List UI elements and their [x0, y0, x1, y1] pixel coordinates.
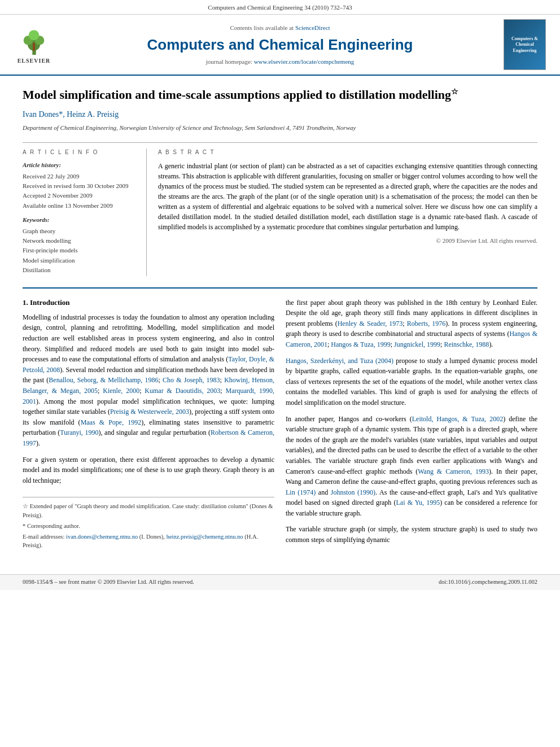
ref-kienle[interactable]: Kienle, 2000: [103, 387, 139, 395]
article-history-label: Article history:: [23, 161, 138, 169]
ref-roberts[interactable]: Roberts, 1976: [407, 320, 446, 327]
science-direct-link[interactable]: ScienceDirect: [295, 24, 330, 31]
ref-lai-yu[interactable]: Lai & Yu, 1995: [396, 499, 440, 506]
elsevier-tree-icon: [19, 25, 50, 56]
keyword-3: First-principle models: [23, 246, 138, 255]
svg-point-4: [28, 30, 38, 40]
article-content: Model simplification and time-scale assu…: [0, 76, 560, 569]
ref-turanyi[interactable]: Turanyi, 1990: [60, 429, 98, 436]
accepted-date: Accepted 2 November 2009: [23, 191, 138, 200]
received-date: Received 22 July 2009: [23, 172, 138, 181]
intro-paragraph-1: Modelling of industrial processes is tod…: [23, 312, 274, 449]
section1-heading: 1. Introduction: [23, 298, 274, 308]
article-info-label: A R T I C L E I N F O: [23, 148, 138, 156]
article-title: Model simplification and time-scale assu…: [23, 87, 537, 103]
footnote-star: ☆ Extended paper of "Graph theory and mo…: [23, 502, 274, 520]
ref-kumar[interactable]: Kumar & Daoutidis, 2003: [145, 387, 220, 395]
available-date: Available online 13 November 2009: [23, 202, 138, 210]
bottom-bar: 0098-1354/$ – see front matter © 2009 El…: [0, 574, 560, 590]
ref-hangos-2004[interactable]: Hangos, Szederkényi, and Tuza (2004): [286, 357, 393, 365]
ref-reinschke[interactable]: Reinschke, 1988: [444, 340, 489, 348]
info-abstract-section: A R T I C L E I N F O Article history: R…: [23, 142, 537, 276]
top-bar: Computers and Chemical Engineering 34 (2…: [0, 0, 560, 15]
ref-cho[interactable]: Cho & Joseph, 1983: [163, 376, 220, 384]
right-paragraph-4: The variable structure graph (or simply,…: [286, 524, 537, 545]
body-right-col: the first paper about graph theory was p…: [286, 298, 537, 552]
cover-image-box: Computers & Chemical Engineering: [504, 19, 546, 70]
ref-preisig[interactable]: Preisig & Westerweele, 2003: [110, 408, 189, 416]
elsevier-logo: ELSEVIER: [11, 25, 56, 65]
keyword-1: Graph theory: [23, 227, 138, 235]
journal-header: ELSEVIER Contents lists available at Sci…: [0, 15, 560, 76]
ref-leitold[interactable]: Leitold, Hangos, & Tuza, 2002: [412, 415, 503, 423]
cover-box-title: Computers & Chemical Engineering: [506, 36, 543, 54]
journal-title-area: Contents lists available at ScienceDirec…: [62, 24, 498, 66]
journal-main-title: Computers and Chemical Engineering: [62, 34, 498, 55]
keyword-4: Model simplification: [23, 256, 138, 265]
footnote-email: E-mail addresses: ivan.dones@chemeng.ntn…: [23, 532, 274, 551]
ref-benallou[interactable]: Benallou, Seborg, & Mellichamp, 1986: [49, 376, 158, 384]
ref-johnston[interactable]: Johnston (1990): [331, 488, 375, 496]
page: Computers and Chemical Engineering 34 (2…: [0, 0, 560, 747]
journal-homepage-link[interactable]: www.elsevier.com/locate/compchemeng: [254, 58, 355, 65]
journal-homepage-line: journal homepage: www.elsevier.com/locat…: [62, 58, 498, 66]
abstract-col: A B S T R A C T A generic industrial pla…: [158, 148, 537, 276]
right-paragraph-3: In another paper, Hangos and co-workers …: [286, 414, 537, 519]
email2-link[interactable]: heinz.preisig@chemeng.ntnu.no: [167, 534, 243, 540]
ref-maas[interactable]: Maas & Pope, 1992: [81, 418, 142, 426]
article-info-col: A R T I C L E I N F O Article history: R…: [23, 148, 147, 276]
intro-paragraph-2: For a given system or operation, there e…: [23, 455, 274, 486]
authors: Ivan Dones*, Heinz A. Preisig: [23, 109, 537, 120]
abstract-label: A B S T R A C T: [158, 148, 537, 156]
abstract-text: A generic industrial plant (or section o…: [158, 161, 537, 232]
revised-date: Received in revised form 30 October 2009: [23, 182, 138, 190]
footnote-area: ☆ Extended paper of "Graph theory and mo…: [23, 497, 274, 550]
right-paragraph-1: the first paper about graph theory was p…: [286, 298, 537, 350]
journal-cover: Computers & Chemical Engineering: [504, 19, 549, 70]
elsevier-label: ELSEVIER: [18, 57, 51, 65]
ref-henley[interactable]: Henley & Seader, 1973: [338, 320, 403, 327]
body-left-col: 1. Introduction Modelling of industrial …: [23, 298, 274, 552]
affiliation: Department of Chemical Engineering, Norw…: [23, 124, 537, 132]
ref-hangos-tuza[interactable]: Hangos & Tuza, 1999: [331, 340, 390, 348]
ref-lin[interactable]: Lin (1974): [286, 488, 316, 496]
keywords-label: Keywords:: [23, 216, 138, 224]
journal-citation: Computers and Chemical Engineering 34 (2…: [208, 4, 352, 11]
ref-wang-cameron[interactable]: Wang & Cameron, 1993: [418, 468, 489, 475]
footnote-corresponding: * Corresponding author.: [23, 522, 274, 531]
keyword-2: Network modelling: [23, 237, 138, 245]
svg-rect-5: [33, 43, 35, 51]
doi-text: doi:10.1016/j.compchemeng.2009.11.002: [439, 578, 537, 587]
ref-taylor[interactable]: Taylor, Doyle, & Petzold, 2008: [23, 355, 274, 374]
copyright: © 2009 Elsevier Ltd. All rights reserved…: [158, 237, 537, 245]
science-direct-line: Contents lists available at ScienceDirec…: [62, 24, 498, 32]
right-paragraph-2: Hangos, Szederkényi, and Tuza (2004) pro…: [286, 356, 537, 408]
email1-link[interactable]: ivan.dones@chemeng.ntnu.no: [66, 534, 138, 540]
keyword-5: Distillation: [23, 266, 138, 274]
issn-text: 0098-1354/$ – see front matter © 2009 El…: [23, 578, 194, 587]
body-section: 1. Introduction Modelling of industrial …: [23, 287, 537, 552]
ref-jungnickel[interactable]: Jungnickel, 1999: [394, 340, 440, 348]
